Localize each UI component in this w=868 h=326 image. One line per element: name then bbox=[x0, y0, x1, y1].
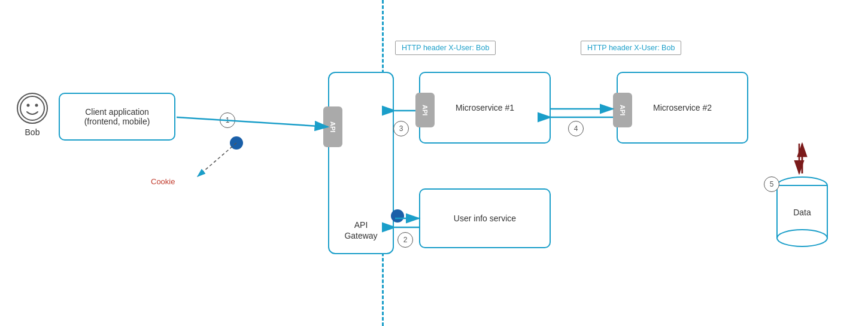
api-pill-ms1: API bbox=[415, 93, 435, 127]
client-app-box: Client application(frontend, mobile) bbox=[59, 93, 175, 141]
svg-point-7 bbox=[777, 230, 827, 246]
svg-point-2 bbox=[35, 104, 38, 107]
microservice1-label: Microservice #1 bbox=[456, 103, 514, 112]
api-pill-gateway: API bbox=[323, 106, 342, 147]
user-info-label: User info service bbox=[454, 214, 516, 223]
svg-point-1 bbox=[27, 104, 30, 107]
http-header-label-2: HTTP header X-User: Bob bbox=[581, 41, 681, 55]
api-gateway-label: APIGateway bbox=[344, 220, 377, 241]
bob-figure: Bob bbox=[17, 93, 48, 137]
diagram: Bob Client application(frontend, mobile)… bbox=[0, 0, 868, 326]
step-circle-3: 3 bbox=[393, 121, 409, 136]
svg-line-13 bbox=[177, 117, 328, 127]
step-circle-2: 2 bbox=[397, 232, 413, 248]
step-circle-4: 4 bbox=[568, 121, 584, 136]
step-circle-1: 1 bbox=[220, 112, 235, 128]
svg-text:Data: Data bbox=[793, 208, 811, 217]
client-app-label: Client application(frontend, mobile) bbox=[84, 107, 150, 126]
svg-line-14 bbox=[198, 143, 236, 176]
step-circle-5: 5 bbox=[764, 176, 779, 192]
data-cylinder: Data bbox=[772, 173, 832, 251]
microservice2-box: Microservice #2 bbox=[617, 72, 748, 144]
http-header-label-1: HTTP header X-User: Bob bbox=[395, 41, 496, 55]
microservice1-box: Microservice #1 bbox=[419, 72, 551, 144]
filled-dot-userinfo bbox=[391, 209, 404, 223]
cookie-label: Cookie bbox=[151, 177, 175, 186]
filled-dot-cookie bbox=[230, 136, 243, 150]
bob-face-icon bbox=[17, 93, 48, 124]
user-info-box: User info service bbox=[419, 188, 551, 248]
bob-label: Bob bbox=[25, 127, 40, 137]
svg-point-0 bbox=[20, 96, 44, 120]
api-pill-ms2: API bbox=[613, 93, 632, 127]
api-gateway-box: APIGateway bbox=[328, 72, 394, 254]
microservice2-label: Microservice #2 bbox=[653, 103, 712, 112]
